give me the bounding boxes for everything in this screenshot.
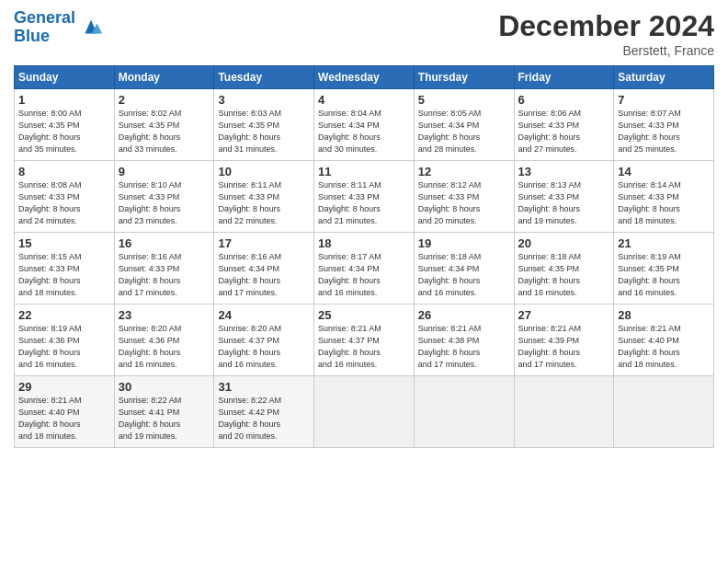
day-number: 21 xyxy=(618,236,710,250)
day-number: 26 xyxy=(418,308,510,322)
day-info: Sunrise: 8:05 AM Sunset: 4:34 PM Dayligh… xyxy=(418,108,510,155)
month-title: December 2024 xyxy=(498,9,714,43)
day-number: 28 xyxy=(618,308,710,322)
calendar-cell xyxy=(514,376,614,448)
day-number: 10 xyxy=(218,165,310,178)
calendar-cell: 27Sunrise: 8:21 AM Sunset: 4:39 PM Dayli… xyxy=(514,304,614,376)
calendar-cell: 29Sunrise: 8:21 AM Sunset: 4:40 PM Dayli… xyxy=(15,376,115,448)
calendar-cell: 15Sunrise: 8:15 AM Sunset: 4:33 PM Dayli… xyxy=(15,233,115,304)
logo: General Blue xyxy=(14,9,104,46)
day-number: 8 xyxy=(18,165,110,178)
day-number: 18 xyxy=(318,236,410,250)
calendar-cell: 19Sunrise: 8:18 AM Sunset: 4:34 PM Dayli… xyxy=(414,233,514,304)
day-number: 6 xyxy=(518,93,610,107)
day-number: 20 xyxy=(518,236,610,250)
calendar-cell: 12Sunrise: 8:12 AM Sunset: 4:33 PM Dayli… xyxy=(414,161,514,233)
calendar-week-row: 22Sunrise: 8:19 AM Sunset: 4:36 PM Dayli… xyxy=(15,304,714,376)
header-thursday: Thursday xyxy=(414,66,514,89)
logo-text: General Blue xyxy=(14,9,75,46)
day-info: Sunrise: 8:13 AM Sunset: 4:33 PM Dayligh… xyxy=(518,179,610,227)
logo-general: General xyxy=(14,8,75,27)
day-info: Sunrise: 8:17 AM Sunset: 4:34 PM Dayligh… xyxy=(318,251,410,299)
header-saturday: Saturday xyxy=(614,66,714,89)
day-info: Sunrise: 8:12 AM Sunset: 4:33 PM Dayligh… xyxy=(418,179,510,227)
logo-blue: Blue xyxy=(14,27,50,45)
day-number: 22 xyxy=(18,308,110,322)
page-header: General Blue December 2024 Berstett, Fra… xyxy=(14,9,714,58)
day-info: Sunrise: 8:16 AM Sunset: 4:33 PM Dayligh… xyxy=(119,251,210,299)
calendar-cell: 20Sunrise: 8:18 AM Sunset: 4:35 PM Dayli… xyxy=(514,233,614,304)
calendar-header-row: SundayMondayTuesdayWednesdayThursdayFrid… xyxy=(15,66,714,89)
day-number: 9 xyxy=(119,165,210,178)
calendar-cell: 7Sunrise: 8:07 AM Sunset: 4:33 PM Daylig… xyxy=(614,89,714,161)
calendar-cell xyxy=(314,376,415,448)
day-number: 2 xyxy=(119,93,210,107)
calendar-cell: 30Sunrise: 8:22 AM Sunset: 4:41 PM Dayli… xyxy=(114,376,214,448)
day-number: 31 xyxy=(218,380,310,394)
calendar-cell: 11Sunrise: 8:11 AM Sunset: 4:33 PM Dayli… xyxy=(314,161,415,233)
calendar-cell: 14Sunrise: 8:14 AM Sunset: 4:33 PM Dayli… xyxy=(614,161,714,233)
header-wednesday: Wednesday xyxy=(314,66,415,89)
day-info: Sunrise: 8:22 AM Sunset: 4:41 PM Dayligh… xyxy=(119,395,210,442)
calendar-cell: 10Sunrise: 8:11 AM Sunset: 4:33 PM Dayli… xyxy=(214,161,314,233)
day-info: Sunrise: 8:02 AM Sunset: 4:35 PM Dayligh… xyxy=(119,108,210,155)
calendar-cell: 26Sunrise: 8:21 AM Sunset: 4:38 PM Dayli… xyxy=(414,304,514,376)
day-info: Sunrise: 8:18 AM Sunset: 4:34 PM Dayligh… xyxy=(418,251,510,299)
day-info: Sunrise: 8:20 AM Sunset: 4:37 PM Dayligh… xyxy=(218,323,310,371)
calendar-cell: 4Sunrise: 8:04 AM Sunset: 4:34 PM Daylig… xyxy=(314,89,415,161)
calendar-cell: 16Sunrise: 8:16 AM Sunset: 4:33 PM Dayli… xyxy=(114,233,214,304)
day-info: Sunrise: 8:15 AM Sunset: 4:33 PM Dayligh… xyxy=(18,251,110,299)
day-info: Sunrise: 8:18 AM Sunset: 4:35 PM Dayligh… xyxy=(518,251,610,299)
day-info: Sunrise: 8:20 AM Sunset: 4:36 PM Dayligh… xyxy=(119,323,210,371)
day-info: Sunrise: 8:11 AM Sunset: 4:33 PM Dayligh… xyxy=(218,179,310,227)
day-info: Sunrise: 8:11 AM Sunset: 4:33 PM Dayligh… xyxy=(318,179,410,227)
day-number: 7 xyxy=(618,93,710,107)
calendar-cell: 8Sunrise: 8:08 AM Sunset: 4:33 PM Daylig… xyxy=(15,161,115,233)
calendar-cell: 23Sunrise: 8:20 AM Sunset: 4:36 PM Dayli… xyxy=(114,304,214,376)
calendar-cell: 31Sunrise: 8:22 AM Sunset: 4:42 PM Dayli… xyxy=(214,376,314,448)
calendar-cell: 9Sunrise: 8:10 AM Sunset: 4:33 PM Daylig… xyxy=(114,161,214,233)
calendar-cell: 24Sunrise: 8:20 AM Sunset: 4:37 PM Dayli… xyxy=(214,304,314,376)
calendar-cell: 21Sunrise: 8:19 AM Sunset: 4:35 PM Dayli… xyxy=(614,233,714,304)
day-info: Sunrise: 8:21 AM Sunset: 4:40 PM Dayligh… xyxy=(18,395,110,442)
calendar-table: SundayMondayTuesdayWednesdayThursdayFrid… xyxy=(14,65,714,448)
calendar-week-row: 15Sunrise: 8:15 AM Sunset: 4:33 PM Dayli… xyxy=(15,233,714,304)
day-info: Sunrise: 8:22 AM Sunset: 4:42 PM Dayligh… xyxy=(218,395,310,442)
header-tuesday: Tuesday xyxy=(214,66,314,89)
calendar-cell: 2Sunrise: 8:02 AM Sunset: 4:35 PM Daylig… xyxy=(114,89,214,161)
calendar-cell: 5Sunrise: 8:05 AM Sunset: 4:34 PM Daylig… xyxy=(414,89,514,161)
calendar-cell: 3Sunrise: 8:03 AM Sunset: 4:35 PM Daylig… xyxy=(214,89,314,161)
day-number: 5 xyxy=(418,93,510,107)
day-info: Sunrise: 8:07 AM Sunset: 4:33 PM Dayligh… xyxy=(618,108,710,155)
day-info: Sunrise: 8:14 AM Sunset: 4:33 PM Dayligh… xyxy=(618,179,710,227)
calendar-cell: 17Sunrise: 8:16 AM Sunset: 4:34 PM Dayli… xyxy=(214,233,314,304)
day-number: 25 xyxy=(318,308,410,322)
day-number: 14 xyxy=(618,165,710,178)
day-number: 27 xyxy=(518,308,610,322)
day-info: Sunrise: 8:19 AM Sunset: 4:35 PM Dayligh… xyxy=(618,251,710,299)
calendar-cell: 25Sunrise: 8:21 AM Sunset: 4:37 PM Dayli… xyxy=(314,304,415,376)
day-info: Sunrise: 8:08 AM Sunset: 4:33 PM Dayligh… xyxy=(18,179,110,227)
calendar-cell: 13Sunrise: 8:13 AM Sunset: 4:33 PM Dayli… xyxy=(514,161,614,233)
location: Berstett, France xyxy=(498,43,714,58)
day-info: Sunrise: 8:19 AM Sunset: 4:36 PM Dayligh… xyxy=(18,323,110,371)
day-info: Sunrise: 8:21 AM Sunset: 4:38 PM Dayligh… xyxy=(418,323,510,371)
day-number: 12 xyxy=(418,165,510,178)
day-info: Sunrise: 8:21 AM Sunset: 4:37 PM Dayligh… xyxy=(318,323,410,371)
calendar-cell xyxy=(414,376,514,448)
day-number: 30 xyxy=(119,380,210,394)
day-info: Sunrise: 8:21 AM Sunset: 4:39 PM Dayligh… xyxy=(518,323,610,371)
day-info: Sunrise: 8:03 AM Sunset: 4:35 PM Dayligh… xyxy=(218,108,310,155)
day-number: 4 xyxy=(318,93,410,107)
day-number: 29 xyxy=(18,380,110,394)
day-number: 11 xyxy=(318,165,410,178)
header-friday: Friday xyxy=(514,66,614,89)
day-info: Sunrise: 8:04 AM Sunset: 4:34 PM Dayligh… xyxy=(318,108,410,155)
day-number: 23 xyxy=(119,308,210,322)
calendar-week-row: 29Sunrise: 8:21 AM Sunset: 4:40 PM Dayli… xyxy=(15,376,714,448)
day-info: Sunrise: 8:00 AM Sunset: 4:35 PM Dayligh… xyxy=(18,108,110,155)
calendar-cell: 18Sunrise: 8:17 AM Sunset: 4:34 PM Dayli… xyxy=(314,233,415,304)
calendar-cell: 1Sunrise: 8:00 AM Sunset: 4:35 PM Daylig… xyxy=(15,89,115,161)
title-block: December 2024 Berstett, France xyxy=(498,9,714,58)
day-info: Sunrise: 8:06 AM Sunset: 4:33 PM Dayligh… xyxy=(518,108,610,155)
